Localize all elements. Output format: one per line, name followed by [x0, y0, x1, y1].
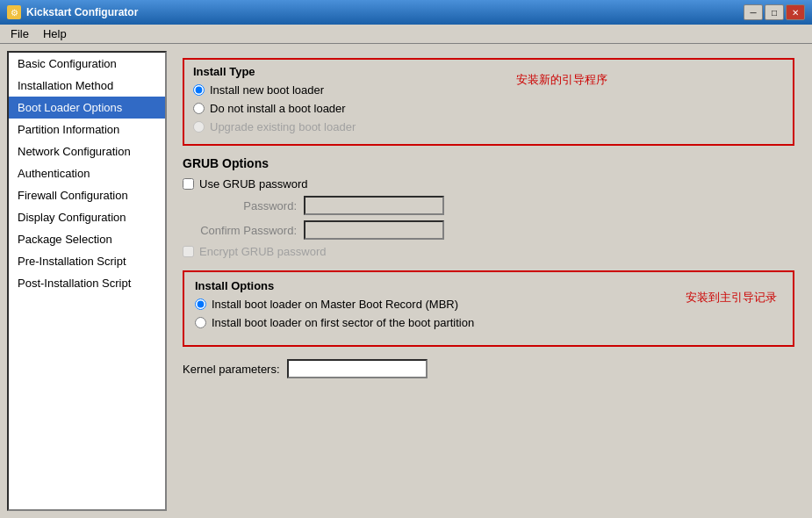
sidebar-item-boot-loader-options[interactable]: Boot Loader Options	[9, 97, 165, 119]
install-on-mbr-radio[interactable]	[195, 299, 206, 310]
confirm-password-row: Confirm Password:	[183, 220, 794, 240]
sidebar-item-post-installation-script[interactable]: Post-Installation Script	[9, 272, 165, 294]
content-area: Basic Configuration Installation Method …	[0, 44, 812, 518]
main-window: Basic Configuration Installation Method …	[0, 44, 812, 518]
title-bar: ⚙ Kickstart Configurator ─ □ ✕	[0, 0, 812, 25]
title-bar-left: ⚙ Kickstart Configurator	[7, 5, 138, 19]
sidebar-item-authentication[interactable]: Authentication	[9, 162, 165, 184]
app-icon: ⚙	[7, 5, 21, 19]
kernel-parameters-label: Kernel parameters:	[183, 363, 280, 376]
title-bar-controls: ─ □ ✕	[744, 4, 805, 20]
file-menu[interactable]: File	[4, 25, 36, 42]
do-not-install-radio[interactable]	[193, 103, 205, 114]
maximize-button[interactable]: □	[765, 4, 784, 20]
do-not-install-row: Do not install a boot loader	[193, 102, 784, 115]
encrypt-grub-checkbox	[183, 246, 194, 257]
right-panel: Install Type Install new boot loader Do …	[172, 51, 805, 511]
sidebar-item-network-configuration[interactable]: Network Configuration	[9, 140, 165, 162]
sidebar-item-installation-method[interactable]: Installation Method	[9, 75, 165, 97]
help-menu[interactable]: Help	[36, 25, 74, 42]
install-type-section: Install Type Install new boot loader Do …	[183, 58, 794, 146]
minimize-button[interactable]: ─	[744, 4, 763, 20]
install-options-section: Install Options Install boot loader on M…	[183, 270, 794, 347]
use-grub-password-label: Use GRUB password	[199, 177, 308, 191]
confirm-password-input[interactable]	[304, 220, 444, 240]
install-type-annotation: 安装新的引导程序	[516, 72, 607, 88]
menu-bar: File Help	[0, 25, 812, 44]
kernel-parameters-row: Kernel parameters:	[183, 359, 794, 378]
use-grub-password-checkbox[interactable]	[183, 178, 194, 190]
window-title: Kickstart Configurator	[26, 6, 138, 18]
install-on-mbr-label: Install boot loader on Master Boot Recor…	[212, 298, 458, 311]
encrypt-grub-row: Encrypt GRUB password	[183, 245, 794, 258]
install-type-title: Install Type	[193, 65, 784, 78]
confirm-password-label: Confirm Password:	[183, 224, 297, 237]
sidebar-item-pre-installation-script[interactable]: Pre-Installation Script	[9, 250, 165, 272]
install-new-boot-loader-row: Install new boot loader	[193, 83, 784, 97]
sidebar-item-partition-information[interactable]: Partition Information	[9, 119, 165, 140]
upgrade-existing-label: Upgrade existing boot loader	[210, 120, 356, 133]
sidebar-item-package-selection[interactable]: Package Selection	[9, 228, 165, 250]
kernel-parameters-input[interactable]	[287, 359, 428, 378]
password-row: Password:	[183, 196, 794, 215]
sidebar-item-basic-configuration[interactable]: Basic Configuration	[9, 53, 165, 75]
install-on-first-sector-row: Install boot loader on first sector of t…	[195, 316, 782, 329]
install-on-first-sector-label: Install boot loader on first sector of t…	[212, 316, 474, 329]
password-input[interactable]	[304, 196, 444, 215]
upgrade-existing-radio	[193, 121, 205, 133]
do-not-install-label: Do not install a boot loader	[210, 102, 346, 115]
grub-options-section: GRUB Options Use GRUB password Password:…	[183, 156, 794, 258]
password-label: Password:	[183, 199, 297, 212]
install-on-first-sector-radio[interactable]	[195, 317, 206, 328]
use-grub-password-row: Use GRUB password	[183, 177, 794, 191]
install-options-annotation: 安装到主引导记录	[686, 290, 777, 306]
sidebar-item-firewall-configuration[interactable]: Firewall Configuration	[9, 184, 165, 206]
sidebar: Basic Configuration Installation Method …	[7, 51, 167, 511]
install-new-boot-loader-radio[interactable]	[193, 84, 205, 96]
encrypt-grub-label: Encrypt GRUB password	[199, 245, 327, 258]
install-new-boot-loader-label: Install new boot loader	[210, 83, 324, 97]
upgrade-existing-row: Upgrade existing boot loader	[193, 120, 784, 133]
grub-options-title: GRUB Options	[183, 156, 794, 170]
sidebar-item-display-configuration[interactable]: Display Configuration	[9, 206, 165, 228]
close-button[interactable]: ✕	[786, 4, 805, 20]
